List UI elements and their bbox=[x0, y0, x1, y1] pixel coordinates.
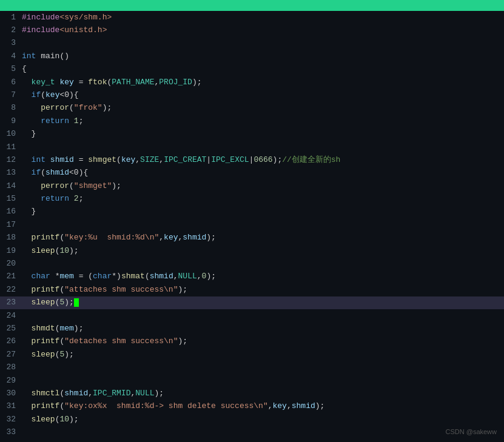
token-white: ); bbox=[102, 103, 112, 112]
token-kw: char bbox=[93, 272, 112, 281]
token-kw: return bbox=[41, 194, 69, 203]
line-number: 9 bbox=[0, 115, 22, 127]
token-white bbox=[22, 90, 32, 99]
token-white: | bbox=[206, 155, 211, 164]
token-white bbox=[22, 181, 41, 190]
line-code: char *mem = (char*)shmat(shmid,NULL,0); bbox=[22, 270, 504, 283]
top-bar bbox=[0, 0, 504, 11]
token-fn: shmat bbox=[121, 272, 145, 281]
token-white: ( bbox=[41, 90, 45, 99]
line-code: if(key<0){ bbox=[22, 89, 504, 101]
token-white: ); bbox=[64, 350, 74, 359]
token-mac: SIZE bbox=[140, 155, 159, 164]
token-white: ); bbox=[64, 298, 74, 307]
code-line: 22 printf("attaches shm success\n"); bbox=[0, 283, 504, 296]
token-fn: shmctl bbox=[32, 389, 60, 398]
token-var: shmid bbox=[183, 233, 206, 242]
token-white: ); bbox=[155, 389, 164, 398]
token-num: 2 bbox=[74, 194, 79, 203]
token-var: shmid bbox=[64, 389, 88, 398]
line-code: sleep(10); bbox=[22, 414, 504, 426]
line-number: 32 bbox=[0, 414, 22, 426]
token-white: ( bbox=[41, 168, 45, 177]
token-white bbox=[22, 350, 32, 359]
line-number: 29 bbox=[0, 375, 22, 387]
token-mac: key_t bbox=[32, 78, 55, 87]
token-var: key bbox=[164, 233, 178, 242]
line-code: #include<unistd.h> bbox=[22, 24, 504, 36]
code-line: 11 bbox=[0, 141, 504, 153]
token-fn: sleep bbox=[32, 350, 55, 359]
code-line: 26 printf("detaches shm success\n"); bbox=[0, 335, 504, 348]
token-fn: shmdt bbox=[32, 324, 55, 333]
line-number: 15 bbox=[0, 193, 22, 205]
token-white: , bbox=[159, 155, 164, 164]
line-number: 17 bbox=[0, 219, 22, 231]
token-str: "detaches shm success\n" bbox=[64, 337, 178, 346]
line-code: sleep(5); bbox=[22, 349, 504, 361]
line-code: { bbox=[22, 63, 504, 75]
token-white bbox=[22, 78, 32, 87]
line-number: 31 bbox=[0, 400, 22, 412]
token-white: ( bbox=[116, 155, 121, 164]
token-white: ; bbox=[79, 116, 84, 126]
token-white: ); bbox=[69, 415, 79, 424]
token-inc: <sys/shm.h> bbox=[59, 13, 112, 22]
line-number: 7 bbox=[0, 89, 22, 101]
token-fn: sleep bbox=[32, 298, 55, 307]
token-white: ( bbox=[145, 272, 150, 281]
token-num: 0666 bbox=[254, 155, 272, 164]
line-number: 19 bbox=[0, 245, 22, 257]
token-white: } bbox=[22, 207, 36, 216]
line-code: printf("detaches shm success\n"); bbox=[22, 335, 504, 347]
token-white bbox=[22, 285, 32, 294]
token-white: * bbox=[50, 272, 60, 281]
token-pp: #include bbox=[22, 13, 59, 22]
line-code: return 1; bbox=[22, 115, 504, 127]
token-white: ; bbox=[79, 194, 84, 203]
code-line: 2#include<unistd.h> bbox=[0, 24, 504, 36]
token-white: main() bbox=[36, 52, 69, 61]
code-line: 4int main() bbox=[0, 50, 504, 62]
line-code: } bbox=[22, 206, 504, 218]
token-white bbox=[22, 194, 41, 203]
token-fn: printf bbox=[32, 233, 60, 242]
token-cm: //创建全新的sh bbox=[282, 155, 340, 164]
token-white bbox=[22, 401, 32, 410]
token-white: ); bbox=[206, 233, 216, 242]
code-line: 23 sleep(5); bbox=[0, 296, 504, 309]
token-fn: printf bbox=[32, 285, 60, 294]
line-number: 33 bbox=[0, 426, 22, 438]
token-white: ); bbox=[112, 181, 121, 190]
token-num: 10 bbox=[59, 415, 69, 424]
code-line: 7 if(key<0){ bbox=[0, 89, 504, 101]
code-container: 1#include<sys/shm.h>2#include<unistd.h>3… bbox=[0, 0, 504, 442]
token-kw: return bbox=[41, 116, 69, 126]
token-var: key bbox=[45, 90, 59, 99]
token-white bbox=[45, 155, 50, 164]
line-code: return 2; bbox=[22, 193, 504, 205]
line-number: 2 bbox=[0, 24, 22, 36]
token-var: shmid bbox=[45, 168, 69, 177]
text-cursor bbox=[74, 298, 79, 307]
token-white bbox=[22, 116, 41, 126]
token-white bbox=[22, 168, 32, 177]
line-number: 11 bbox=[0, 141, 22, 153]
line-number: 6 bbox=[0, 76, 22, 89]
line-code: int shmid = shmget(key,SIZE,IPC_CREAT|IP… bbox=[22, 154, 504, 166]
token-white: = bbox=[74, 78, 88, 87]
code-line: 34 return 0; bbox=[0, 439, 504, 442]
token-white: ( bbox=[69, 103, 74, 112]
line-number: 21 bbox=[0, 270, 22, 283]
line-number: 14 bbox=[0, 180, 22, 192]
token-str: "key:ox%x shmid:%d-> shm delete success\… bbox=[64, 401, 267, 410]
token-white: , bbox=[159, 233, 164, 242]
token-white: , bbox=[287, 401, 292, 410]
token-str: "frok" bbox=[74, 103, 102, 112]
token-white: <0){ bbox=[69, 168, 88, 177]
token-kw: if bbox=[32, 90, 41, 99]
line-number: 27 bbox=[0, 349, 22, 361]
line-code: } bbox=[22, 128, 504, 140]
line-number: 13 bbox=[0, 167, 22, 179]
line-number: 25 bbox=[0, 323, 22, 335]
